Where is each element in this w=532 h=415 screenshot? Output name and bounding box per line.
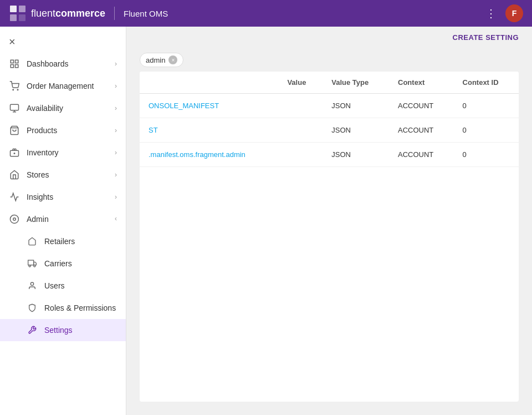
table-header-row: Value Value Type Context Context ID [140,72,519,94]
settings-label: Settings [44,326,73,335]
row1-value [278,94,323,118]
header-divider [114,7,115,20]
row3-value-type: JSON [323,143,389,167]
availability-label: Availability [27,104,63,113]
products-icon [9,125,20,136]
table-row: ST JSON ACCOUNT 0 [140,118,519,143]
more-options-icon[interactable]: ⋮ [485,7,497,20]
insights-icon [9,191,20,203]
products-chevron-icon: › [115,126,117,134]
logo-text: fluentcommerce [31,8,105,19]
header-actions: ⋮ F [485,4,523,22]
svg-point-19 [34,265,35,267]
carriers-label: Carriers [44,259,72,268]
carriers-icon [27,258,38,269]
sidebar-close-area: × [0,27,126,53]
sidebar-item-retailers[interactable]: Retailers [0,230,126,252]
settings-icon [27,325,38,336]
row2-name-link[interactable]: ST [149,126,158,134]
admin-icon [9,214,20,225]
logo-icon [9,4,27,22]
row2-value [278,118,323,143]
row1-context: ACCOUNT [389,94,454,118]
availability-chevron-icon: › [115,104,117,112]
row3-name-link[interactable]: .manifest.oms.fragment.admin [149,150,245,159]
sidebar-item-inventory[interactable]: Inventory › [0,141,126,164]
row1-value-type: JSON [323,94,389,118]
sidebar-item-roles-permissions[interactable]: Roles & Permissions [0,297,126,319]
col-context: Context [389,72,454,94]
svg-rect-0 [10,6,17,12]
avatar[interactable]: F [505,4,523,22]
filter-chip-label: admin [146,56,165,64]
sidebar-item-dashboards[interactable]: Dashboards › [0,53,126,75]
sidebar-item-order-management[interactable]: Order Management › [0,75,126,97]
insights-chevron-icon: › [115,193,117,201]
order-management-chevron-icon: › [115,82,117,90]
row3-context: ACCOUNT [389,143,454,167]
sidebar-item-users[interactable]: Users [0,275,126,297]
row2-context: ACCOUNT [389,118,454,143]
col-value: Value [278,72,323,94]
row2-context-id: 0 [454,118,519,143]
sidebar-item-stores[interactable]: Stores › [0,164,126,186]
col-name [140,72,278,94]
col-value-type: Value Type [323,72,389,94]
table-row: ONSOLE_MANIFEST JSON ACCOUNT 0 [140,94,519,118]
svg-point-20 [30,282,33,285]
app-header: fluentcommerce Fluent OMS ⋮ F [0,0,532,27]
sidebar-item-settings[interactable]: Settings [0,319,126,341]
svg-point-9 [17,89,18,90]
row3-context-id: 0 [454,143,519,167]
row2-name: ST [140,118,278,143]
dashboards-label: Dashboards [27,59,69,68]
sidebar-item-availability[interactable]: Availability › [0,97,126,119]
settings-table: Value Value Type Context Context ID ONSO… [140,72,519,402]
main-container: × Dashboards › Order Management › [0,27,532,415]
users-icon [27,280,38,291]
order-management-label: Order Management [27,82,94,90]
create-setting-button[interactable]: CREATE SETTING [453,33,519,42]
svg-point-15 [13,218,16,221]
order-management-icon [9,80,20,92]
inventory-icon [9,147,20,158]
users-label: Users [44,281,65,290]
svg-rect-16 [28,260,34,265]
filter-chip-close-button[interactable]: × [168,55,177,64]
filter-chip-admin: admin × [140,53,183,67]
app-name: Fluent OMS [124,9,168,18]
insights-label: Insights [27,193,53,201]
table-row: .manifest.oms.fragment.admin JSON ACCOUN… [140,143,519,167]
inventory-label: Inventory [27,148,59,157]
svg-rect-10 [11,104,19,110]
close-sidebar-button[interactable]: × [9,36,16,48]
products-label: Products [27,126,57,135]
dashboards-icon [9,58,20,69]
roles-permissions-label: Roles & Permissions [44,303,116,312]
stores-label: Stores [27,170,49,179]
svg-marker-17 [34,262,37,265]
row1-context-id: 0 [454,94,519,118]
logo: fluentcommerce [9,4,105,22]
sidebar-item-insights[interactable]: Insights › [0,186,126,208]
row1-name: ONSOLE_MANIFEST [140,94,278,118]
row1-name-link[interactable]: ONSOLE_MANIFEST [149,102,219,110]
row2-value-type: JSON [323,118,389,143]
sidebar-item-admin[interactable]: Admin › [0,208,126,230]
svg-rect-3 [19,14,25,21]
roles-permissions-icon [27,302,38,313]
svg-point-8 [13,89,14,90]
col-context-id: Context ID [454,72,519,94]
svg-rect-7 [16,65,18,68]
svg-rect-4 [11,60,13,63]
stores-chevron-icon: › [115,171,117,179]
content-area: CREATE SETTING admin × Value Value Type … [126,27,532,415]
svg-rect-2 [10,14,17,21]
sidebar-item-carriers[interactable]: Carriers [0,252,126,275]
availability-icon [9,103,20,114]
retailers-label: Retailers [44,237,75,246]
svg-rect-6 [11,65,13,68]
row3-name: .manifest.oms.fragment.admin [140,143,278,167]
sidebar-item-products[interactable]: Products › [0,119,126,141]
svg-point-18 [29,265,30,267]
